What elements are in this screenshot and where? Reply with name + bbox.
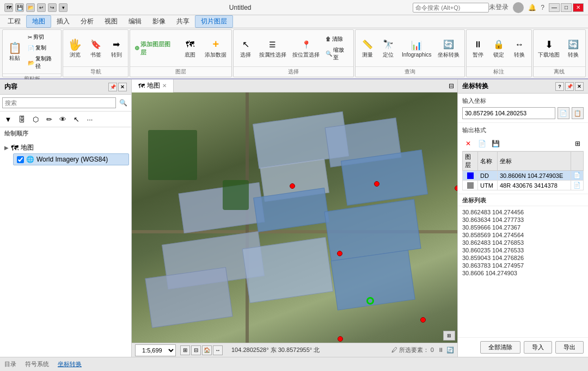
row-utm-copy-btn[interactable]: 📄 <box>571 181 584 190</box>
sidebar-search-input[interactable] <box>2 97 116 108</box>
goto-button[interactable]: ➡ 转到 <box>107 36 126 60</box>
coord-input-field[interactable] <box>462 107 555 119</box>
panel-save-btn[interactable]: 💾 <box>489 138 501 150</box>
select-button[interactable]: ↖ 选择 <box>236 36 255 60</box>
list-item-3[interactable]: 30.858569 104.274564 <box>462 231 584 239</box>
zoom-to-button[interactable]: 🔍 缩放至 <box>323 45 351 63</box>
map-tab[interactable]: 🗺 地图 ✕ <box>132 79 174 92</box>
pause-btn[interactable]: ⏸ <box>438 347 444 353</box>
add-data-button[interactable]: + 添加数据 <box>202 36 229 60</box>
status-tab-coord-convert[interactable]: 坐标转换 <box>58 360 82 368</box>
table-row-utm[interactable]: UTM 48R 430676 3414378 📄 <box>463 181 584 190</box>
measure-button[interactable]: 📏 测量 <box>358 36 377 60</box>
panel-pin-btn[interactable]: 📌 <box>565 82 574 91</box>
more-btn[interactable]: ▾ <box>59 3 68 12</box>
select-by-attr-button[interactable]: ☰ 按属性选择 <box>256 36 289 60</box>
map-nav-btn-3[interactable]: 🏠 <box>202 345 212 355</box>
map-dot-5[interactable] <box>337 251 342 256</box>
map-maximize-btn[interactable]: ⊟ <box>445 82 457 90</box>
add-layer-button[interactable]: ⊕ 添加图层图层 <box>132 39 178 58</box>
download-map-button[interactable]: ⬇ 下载地图 <box>536 36 562 60</box>
layer-item-world-imagery[interactable]: 🌐 World Imagery (WGS84) <box>13 153 129 165</box>
user-label[interactable]: 未登录 <box>489 3 509 12</box>
cursor-icon[interactable]: ↖ <box>70 113 82 125</box>
convert-button[interactable]: ↔ 转换 <box>510 36 529 60</box>
list-item-1[interactable]: 30.863634 104.277733 <box>462 216 584 224</box>
menu-map[interactable]: 地图 <box>26 15 51 28</box>
pencil-icon[interactable]: ✏ <box>43 113 55 125</box>
map-dot-3[interactable] <box>455 186 457 191</box>
help-btn[interactable]: ? <box>541 4 544 11</box>
row-dd-copy-btn[interactable]: 📄 <box>571 171 584 181</box>
map-scale-dropdown[interactable]: 1:5,699 <box>135 344 176 356</box>
command-search[interactable] <box>413 3 489 13</box>
list-item-7[interactable]: 30.863783 104.274957 <box>462 262 584 269</box>
layer-checkbox[interactable] <box>17 156 24 163</box>
menu-project[interactable]: 工程 <box>2 16 26 27</box>
panel-add-btn[interactable]: 📄 <box>476 138 488 150</box>
map-dot-1[interactable] <box>290 183 295 189</box>
list-item-4[interactable]: 30.862483 104.276853 <box>462 239 584 246</box>
infographics-button[interactable]: 📊 Infographics <box>399 37 434 59</box>
database-icon[interactable]: 🗄 <box>16 113 28 125</box>
coord-convert-button[interactable]: 🔄 坐标转换 <box>435 36 462 60</box>
panel-help-btn[interactable]: ? <box>555 82 564 91</box>
export-btn[interactable]: 导出 <box>555 341 584 354</box>
cut-button[interactable]: ✂ 剪切 <box>26 32 59 42</box>
menu-tile-layer[interactable]: 切片图层 <box>195 15 233 28</box>
pause-button[interactable]: ⏸ 暂停 <box>468 36 488 60</box>
list-item-2[interactable]: 30.859666 104.27367 <box>462 224 584 231</box>
coord-copy-btn[interactable]: 📄 <box>558 107 569 119</box>
lock-button[interactable]: 🔒 锁定 <box>489 36 509 60</box>
menu-view[interactable]: 视图 <box>99 16 123 27</box>
panel-remove-btn[interactable]: ✕ <box>462 138 474 150</box>
clear-button[interactable]: 🗑 清除 <box>323 34 351 44</box>
panel-expand-btn[interactable]: ⊞ <box>572 138 584 150</box>
map-dot-green[interactable] <box>366 297 374 305</box>
redo-btn[interactable]: ↪ <box>48 3 57 12</box>
menu-analysis[interactable]: 分析 <box>75 16 99 27</box>
basemap-button[interactable]: 🗺 底图 <box>180 36 200 60</box>
menu-share[interactable]: 共享 <box>171 16 195 27</box>
import-btn[interactable]: 导入 <box>524 341 552 354</box>
map-nav-btn-2[interactable]: ⊟ <box>191 345 201 355</box>
list-item-8[interactable]: 30.8606 104.274903 <box>462 269 584 277</box>
app-icon-1[interactable]: 🗺 <box>4 3 13 12</box>
list-item-5[interactable]: 30.860235 104.276533 <box>462 246 584 254</box>
list-item-6[interactable]: 30.859043 104.276826 <box>462 254 584 262</box>
sidebar-pin-btn[interactable]: 📌 <box>108 83 117 91</box>
select-by-loc-button[interactable]: 📍 按位置选择 <box>290 36 322 60</box>
status-tab-symbology[interactable]: 符号系统 <box>25 360 49 368</box>
tree-item-map[interactable]: ▶ 🗺 地图 <box>2 142 129 153</box>
table-row-dd[interactable]: DD 30.8606N 104.274903E 📄 <box>463 171 584 181</box>
sidebar-search-btn[interactable]: 🔍 <box>117 97 129 109</box>
panel-close-btn[interactable]: ✕ <box>575 82 584 91</box>
copy-button[interactable]: 📄 复制 <box>26 43 59 53</box>
map-nav-btn-4[interactable]: ↔ <box>213 345 223 355</box>
status-tab-catalog[interactable]: 目录 <box>4 360 16 368</box>
map-canvas[interactable]: ⊞ <box>132 92 457 343</box>
bookmark-button[interactable]: 🔖 书签 <box>86 36 106 60</box>
locate-button[interactable]: 🔭 定位 <box>378 36 398 60</box>
filter-icon[interactable]: ▼ <box>2 113 14 125</box>
undo-btn[interactable]: ↩ <box>37 3 46 12</box>
map-tab-close-btn[interactable]: ✕ <box>162 83 167 89</box>
eye-icon[interactable]: 👁 <box>57 113 69 125</box>
map-nav-btn-1[interactable]: ⊞ <box>180 345 190 355</box>
list-item-0[interactable]: 30.862483 104.274456 <box>462 208 584 216</box>
map-dot-2[interactable] <box>374 181 379 187</box>
menu-imagery[interactable]: 影像 <box>147 16 171 27</box>
map-corner-nav-btn[interactable]: ⊞ <box>443 331 455 341</box>
app-icon-3[interactable]: 📂 <box>26 3 35 12</box>
map-dot-8[interactable] <box>338 336 343 342</box>
menu-insert[interactable]: 插入 <box>51 16 75 27</box>
more-options-icon[interactable]: ··· <box>84 113 96 125</box>
copy-path-button[interactable]: 📂 复制路径 <box>26 54 59 71</box>
menu-edit[interactable]: 编辑 <box>123 16 147 27</box>
maximize-btn[interactable]: □ <box>561 3 572 12</box>
sidebar-close-btn[interactable]: ✕ <box>118 83 127 91</box>
paste-button[interactable]: 📋 粘贴 <box>5 40 24 64</box>
notification-icon[interactable]: 🔔 <box>528 4 536 11</box>
polygon-icon[interactable]: ⬡ <box>29 113 41 125</box>
browse-button[interactable]: 🖐 浏览 <box>65 36 85 60</box>
